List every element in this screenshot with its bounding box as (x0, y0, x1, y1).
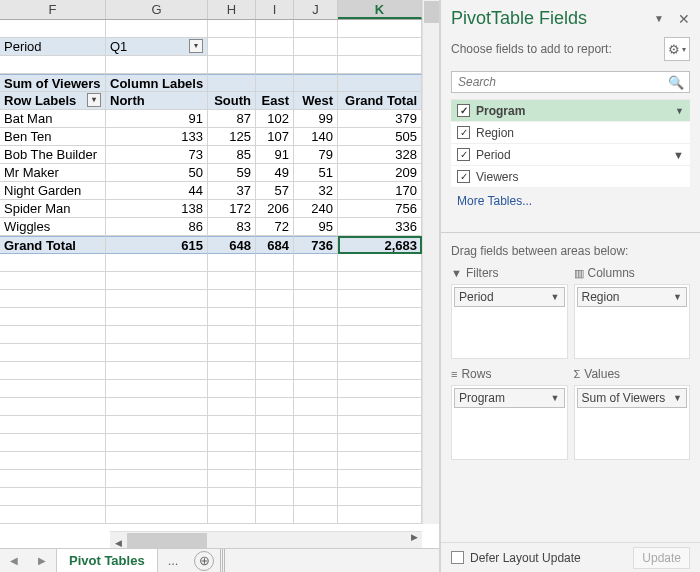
grand-total-total[interactable]: 2,683 (338, 236, 422, 254)
col-header-G[interactable]: G (106, 0, 208, 19)
cell-value[interactable]: 91 (106, 110, 208, 128)
chevron-down-icon[interactable]: ▼ (551, 393, 560, 403)
horizontal-scrollbar[interactable]: ◀ ▶ (110, 531, 422, 548)
cell-value[interactable]: 140 (294, 128, 338, 146)
defer-layout-checkbox[interactable] (451, 551, 464, 564)
field-item-period[interactable]: ✓ Period ▼ (451, 144, 690, 166)
cell-value[interactable]: 107 (256, 128, 294, 146)
field-search-input[interactable] (451, 71, 690, 93)
row-label[interactable]: Spider Man (0, 200, 106, 218)
pivot-row-labels[interactable]: Row Labels▾ (0, 92, 106, 110)
defer-layout-label: Defer Layout Update (470, 551, 581, 565)
tab-splitter[interactable] (220, 549, 226, 573)
row-label[interactable]: Wiggles (0, 218, 106, 236)
cell-value[interactable]: 50 (106, 164, 208, 182)
scroll-left-icon[interactable]: ◀ (110, 538, 126, 548)
cell-value[interactable]: 125 (208, 128, 256, 146)
sheet-tab-active[interactable]: Pivot Tables (56, 548, 158, 573)
area-rows-body[interactable]: Program▼ (451, 385, 568, 460)
pivot-column-labels[interactable]: Column Labels▾ (106, 74, 208, 92)
cell-value[interactable]: 51 (294, 164, 338, 182)
report-filter-value-text: Q1 (110, 39, 127, 54)
cell-value[interactable]: 32 (294, 182, 338, 200)
filter-dropdown-icon[interactable]: ▾ (189, 39, 203, 53)
update-button[interactable]: Update (633, 547, 690, 569)
cell-value[interactable]: 59 (208, 164, 256, 182)
cell-value[interactable]: 172 (208, 200, 256, 218)
new-sheet-button[interactable]: ⊕ (194, 551, 214, 571)
pane-close-button[interactable]: ✕ (678, 11, 690, 27)
cell-value[interactable]: 170 (338, 182, 422, 200)
field-list-settings-button[interactable]: ⚙▾ (664, 37, 690, 61)
cell-value[interactable]: 206 (256, 200, 294, 218)
col-header-J[interactable]: J (294, 0, 338, 19)
cell-value[interactable]: 240 (294, 200, 338, 218)
pane-dropdown-icon[interactable]: ▼ (654, 13, 664, 24)
cell-value[interactable]: 209 (338, 164, 422, 182)
cell-value[interactable]: 44 (106, 182, 208, 200)
cell-value[interactable]: 91 (256, 146, 294, 164)
col-header-F[interactable]: F (0, 0, 106, 19)
chip-region[interactable]: Region▼ (577, 287, 688, 307)
field-item-region[interactable]: ✓ Region (451, 122, 690, 144)
scroll-right-icon[interactable]: ▶ (406, 532, 422, 542)
chevron-down-icon[interactable]: ▼ (551, 292, 560, 302)
row-label[interactable]: Ben Ten (0, 128, 106, 146)
cell-value[interactable]: 328 (338, 146, 422, 164)
chip-program[interactable]: Program▼ (454, 388, 565, 408)
row-label[interactable]: Bob The Builder (0, 146, 106, 164)
checkbox-checked-icon[interactable]: ✓ (457, 104, 470, 117)
cell-value[interactable]: 102 (256, 110, 294, 128)
checkbox-checked-icon[interactable]: ✓ (457, 170, 470, 183)
row-label[interactable]: Mr Maker (0, 164, 106, 182)
area-values-body[interactable]: Sum of Viewers▼ (574, 385, 691, 460)
col-header-H[interactable]: H (208, 0, 256, 19)
cell-value[interactable]: 138 (106, 200, 208, 218)
row-label[interactable]: Night Garden (0, 182, 106, 200)
vertical-scrollbar[interactable]: ▲ (422, 0, 439, 524)
cell-value[interactable]: 73 (106, 146, 208, 164)
col-header-K[interactable]: K (338, 0, 422, 19)
cell-value[interactable]: 379 (338, 110, 422, 128)
cell-value[interactable]: 72 (256, 218, 294, 236)
sheet-nav-buttons[interactable]: ◀▶ (0, 555, 56, 566)
cell-value[interactable]: 87 (208, 110, 256, 128)
checkbox-checked-icon[interactable]: ✓ (457, 126, 470, 139)
grid[interactable]: Period Q1▾ Sum of Viewers Column Labels▾… (0, 20, 422, 524)
checkbox-checked-icon[interactable]: ✓ (457, 148, 470, 161)
chip-period[interactable]: Period▼ (454, 287, 565, 307)
report-filter-value[interactable]: Q1▾ (106, 38, 208, 56)
chip-sum-of-viewers[interactable]: Sum of Viewers▼ (577, 388, 688, 408)
chevron-down-icon[interactable]: ▼ (673, 393, 682, 403)
chevron-down-icon[interactable]: ▼ (675, 106, 684, 116)
cell-value[interactable]: 83 (208, 218, 256, 236)
grand-total-label: Grand Total (0, 236, 106, 254)
more-tables-link[interactable]: More Tables... (441, 188, 700, 214)
row-labels-dropdown-icon[interactable]: ▾ (87, 93, 101, 107)
cell-value[interactable]: 79 (294, 146, 338, 164)
cell-value[interactable]: 57 (256, 182, 294, 200)
cell-value[interactable]: 505 (338, 128, 422, 146)
cell-value[interactable]: 95 (294, 218, 338, 236)
row-label[interactable]: Bat Man (0, 110, 106, 128)
col-header-south: South (208, 92, 256, 110)
vertical-scroll-thumb[interactable] (424, 1, 439, 23)
horizontal-scroll-thumb[interactable] (127, 533, 207, 548)
cell-value[interactable]: 86 (106, 218, 208, 236)
chevron-down-icon[interactable]: ▼ (673, 292, 682, 302)
cell-value[interactable]: 756 (338, 200, 422, 218)
area-columns-body[interactable]: Region▼ (574, 284, 691, 359)
col-header-I[interactable]: I (256, 0, 294, 19)
field-item-program[interactable]: ✓ Program ▼ (451, 100, 690, 122)
chip-label: Sum of Viewers (582, 391, 666, 405)
cell-value[interactable]: 336 (338, 218, 422, 236)
field-item-viewers[interactable]: ✓ Viewers (451, 166, 690, 188)
cell-value[interactable]: 37 (208, 182, 256, 200)
sheet-tab-overflow[interactable]: ... (158, 549, 189, 572)
table-row: Night Garden44375732170 (0, 182, 422, 200)
cell-value[interactable]: 133 (106, 128, 208, 146)
area-filters-body[interactable]: Period▼ (451, 284, 568, 359)
cell-value[interactable]: 85 (208, 146, 256, 164)
cell-value[interactable]: 49 (256, 164, 294, 182)
cell-value[interactable]: 99 (294, 110, 338, 128)
